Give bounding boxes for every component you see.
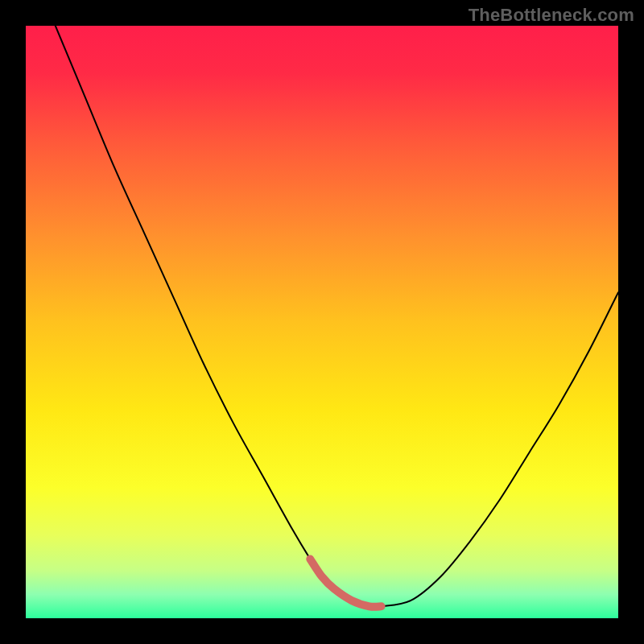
plot-area [26, 26, 618, 618]
watermark-text: TheBottleneck.com [469, 5, 634, 26]
bottleneck-chart [26, 26, 618, 618]
chart-frame: TheBottleneck.com [0, 0, 644, 644]
gradient-background [26, 26, 618, 618]
